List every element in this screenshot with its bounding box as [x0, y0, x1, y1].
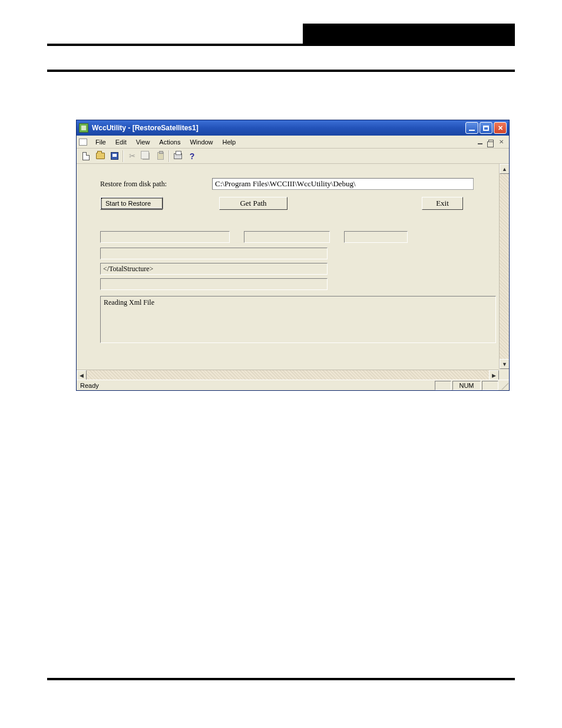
toolbar: ✂ ? [77, 149, 509, 164]
vertical-scrollbar[interactable]: ▲ ▼ [499, 164, 509, 369]
mdi-document-icon[interactable] [79, 139, 87, 146]
scroll-corner [499, 370, 509, 380]
status-cell-blank [435, 381, 451, 390]
status-line-a [100, 248, 328, 259]
exit-button[interactable]: Exit [422, 197, 463, 210]
copy-icon [143, 153, 150, 160]
rule-2 [47, 70, 515, 72]
log-output: Reading Xml File [100, 296, 496, 343]
window-minimize-button[interactable] [465, 122, 478, 134]
app-icon [79, 123, 88, 133]
open-folder-icon [96, 153, 105, 159]
menubar: File Edit View Actions Window Help [77, 136, 509, 149]
status-numlock: NUM [452, 381, 481, 390]
toolbar-print-button[interactable] [171, 150, 185, 163]
window-close-button[interactable] [494, 122, 507, 134]
menu-actions[interactable]: Actions [154, 137, 185, 147]
toolbar-paste-button[interactable] [153, 150, 167, 163]
toolbar-save-button[interactable] [107, 150, 121, 163]
status-field-2 [244, 231, 330, 243]
menu-file[interactable]: File [91, 137, 111, 147]
rule-1 [47, 44, 515, 46]
status-cell-blank2 [482, 381, 498, 390]
scroll-up-button[interactable]: ▲ [500, 164, 509, 174]
status-field-3 [344, 231, 408, 243]
app-window: WccUtility - [RestoreSatellites1] File E… [76, 120, 510, 391]
resize-grip[interactable] [500, 381, 509, 390]
status-line-b: </TotalStructure> [100, 263, 328, 275]
toolbar-help-button[interactable]: ? [185, 150, 199, 163]
toolbar-cut-button[interactable]: ✂ [125, 150, 139, 163]
client-area: Restore from disk path: Start to Restore… [77, 164, 509, 380]
mdi-close-button[interactable] [496, 137, 507, 147]
status-field-1 [100, 231, 230, 243]
menu-edit[interactable]: Edit [111, 137, 131, 147]
help-icon: ? [190, 151, 195, 161]
new-file-icon [82, 152, 90, 160]
scroll-down-button[interactable]: ▼ [500, 359, 509, 369]
titlebar[interactable]: WccUtility - [RestoreSatellites1] [77, 120, 509, 136]
mdi-minimize-button[interactable] [475, 137, 485, 147]
menu-window[interactable]: Window [185, 137, 217, 147]
rule-3 [47, 678, 515, 680]
window-maximize-button[interactable] [480, 122, 492, 134]
header-black-block [303, 24, 515, 44]
toolbar-separator [168, 150, 170, 162]
window-title: WccUtility - [RestoreSatellites1] [92, 124, 465, 132]
toolbar-copy-button[interactable] [139, 150, 153, 163]
status-line-c [100, 278, 328, 290]
horizontal-scrollbar[interactable]: ◀ ▶ [77, 370, 499, 380]
scroll-right-button[interactable]: ▶ [489, 370, 499, 380]
save-disk-icon [111, 152, 118, 160]
path-label: Restore from disk path: [100, 180, 212, 189]
mdi-restore-button[interactable] [485, 137, 496, 147]
statusbar: Ready NUM [77, 380, 509, 390]
toolbar-new-button[interactable] [79, 150, 93, 163]
restore-path-input[interactable] [212, 178, 474, 190]
paste-icon [157, 152, 164, 160]
start-restore-button[interactable]: Start to Restore [101, 198, 163, 209]
toolbar-separator [123, 150, 124, 162]
get-path-button[interactable]: Get Path [219, 197, 287, 210]
cut-icon: ✂ [129, 151, 135, 160]
scroll-track[interactable] [500, 174, 509, 359]
status-ready: Ready [77, 382, 435, 389]
toolbar-open-button[interactable] [93, 150, 107, 163]
menu-help[interactable]: Help [218, 137, 241, 147]
print-icon [174, 153, 182, 159]
scroll-track[interactable] [87, 370, 489, 380]
scroll-left-button[interactable]: ◀ [77, 370, 87, 380]
menu-view[interactable]: View [131, 137, 155, 147]
